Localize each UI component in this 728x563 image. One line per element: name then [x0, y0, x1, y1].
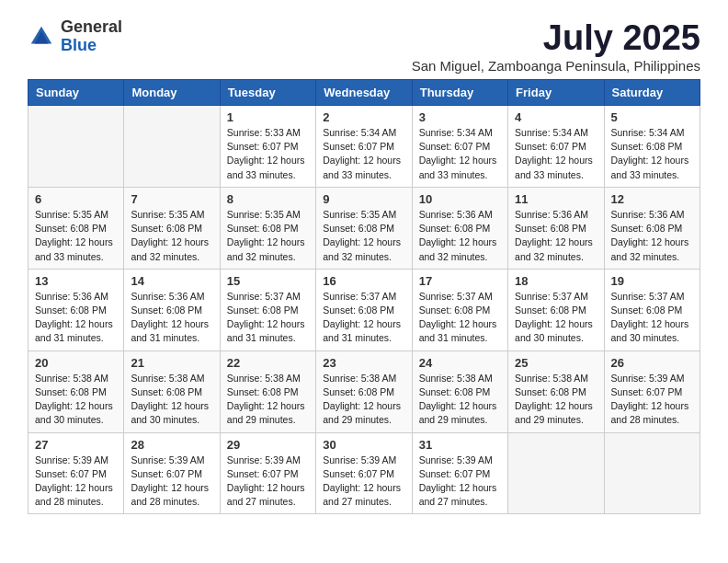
day-info: Sunrise: 5:35 AM Sunset: 6:08 PM Dayligh… — [35, 208, 117, 264]
day-number: 15 — [227, 274, 309, 288]
day-info: Sunrise: 5:36 AM Sunset: 6:08 PM Dayligh… — [515, 208, 597, 264]
calendar-cell — [28, 106, 124, 188]
day-number: 7 — [131, 192, 212, 206]
day-number: 31 — [419, 438, 501, 452]
location-title: San Miguel, Zamboanga Peninsula, Philipp… — [412, 58, 700, 74]
calendar-cell: 21Sunrise: 5:38 AM Sunset: 6:08 PM Dayli… — [124, 350, 220, 432]
day-number: 21 — [131, 356, 212, 370]
calendar-week-2: 6Sunrise: 5:35 AM Sunset: 6:08 PM Daylig… — [28, 187, 700, 269]
calendar-cell — [604, 432, 700, 514]
day-number: 4 — [515, 110, 597, 124]
day-info: Sunrise: 5:39 AM Sunset: 6:07 PM Dayligh… — [227, 454, 309, 510]
calendar-cell: 2Sunrise: 5:34 AM Sunset: 6:07 PM Daylig… — [316, 106, 412, 188]
calendar-cell: 10Sunrise: 5:36 AM Sunset: 6:08 PM Dayli… — [412, 187, 507, 269]
calendar-cell: 23Sunrise: 5:38 AM Sunset: 6:08 PM Dayli… — [316, 350, 412, 432]
calendar-table: SundayMondayTuesdayWednesdayThursdayFrid… — [28, 79, 700, 514]
day-info: Sunrise: 5:38 AM Sunset: 6:08 PM Dayligh… — [323, 372, 404, 428]
day-info: Sunrise: 5:39 AM Sunset: 6:07 PM Dayligh… — [323, 454, 404, 510]
day-number: 30 — [323, 438, 404, 452]
calendar-week-3: 13Sunrise: 5:36 AM Sunset: 6:08 PM Dayli… — [28, 269, 700, 350]
day-info: Sunrise: 5:39 AM Sunset: 6:07 PM Dayligh… — [35, 454, 117, 510]
calendar-cell — [508, 432, 604, 514]
header-friday: Friday — [508, 80, 604, 106]
calendar-week-5: 27Sunrise: 5:39 AM Sunset: 6:07 PM Dayli… — [28, 432, 700, 514]
day-info: Sunrise: 5:38 AM Sunset: 6:08 PM Dayligh… — [131, 372, 212, 428]
calendar-cell: 5Sunrise: 5:34 AM Sunset: 6:08 PM Daylig… — [604, 106, 700, 188]
calendar-cell: 19Sunrise: 5:37 AM Sunset: 6:08 PM Dayli… — [604, 269, 700, 350]
day-info: Sunrise: 5:34 AM Sunset: 6:07 PM Dayligh… — [323, 126, 404, 182]
day-info: Sunrise: 5:36 AM Sunset: 6:08 PM Dayligh… — [35, 290, 117, 346]
day-number: 6 — [35, 192, 117, 206]
day-info: Sunrise: 5:38 AM Sunset: 6:08 PM Dayligh… — [227, 372, 309, 428]
day-info: Sunrise: 5:37 AM Sunset: 6:08 PM Dayligh… — [419, 290, 501, 346]
calendar-cell: 15Sunrise: 5:37 AM Sunset: 6:08 PM Dayli… — [220, 269, 315, 350]
logo-text: General Blue — [61, 18, 122, 55]
day-number: 5 — [611, 110, 693, 124]
header-tuesday: Tuesday — [220, 80, 315, 106]
calendar-cell: 25Sunrise: 5:38 AM Sunset: 6:08 PM Dayli… — [508, 350, 604, 432]
calendar-cell: 31Sunrise: 5:39 AM Sunset: 6:07 PM Dayli… — [412, 432, 507, 514]
day-number: 23 — [323, 356, 404, 370]
calendar-cell: 28Sunrise: 5:39 AM Sunset: 6:07 PM Dayli… — [124, 432, 220, 514]
day-info: Sunrise: 5:36 AM Sunset: 6:08 PM Dayligh… — [611, 208, 693, 264]
day-number: 10 — [419, 192, 501, 206]
title-block: July 2025 San Miguel, Zamboanga Peninsul… — [412, 18, 700, 74]
logo-blue: Blue — [61, 37, 122, 55]
day-info: Sunrise: 5:39 AM Sunset: 6:07 PM Dayligh… — [131, 454, 212, 510]
calendar-cell: 16Sunrise: 5:37 AM Sunset: 6:08 PM Dayli… — [316, 269, 412, 350]
calendar-cell: 29Sunrise: 5:39 AM Sunset: 6:07 PM Dayli… — [220, 432, 315, 514]
header-wednesday: Wednesday — [316, 80, 412, 106]
day-number: 19 — [611, 274, 693, 288]
calendar-cell: 14Sunrise: 5:36 AM Sunset: 6:08 PM Dayli… — [124, 269, 220, 350]
day-number: 18 — [515, 274, 597, 288]
calendar-week-4: 20Sunrise: 5:38 AM Sunset: 6:08 PM Dayli… — [28, 350, 700, 432]
calendar-cell: 27Sunrise: 5:39 AM Sunset: 6:07 PM Dayli… — [28, 432, 124, 514]
calendar-cell: 17Sunrise: 5:37 AM Sunset: 6:08 PM Dayli… — [412, 269, 507, 350]
day-number: 26 — [611, 356, 693, 370]
day-info: Sunrise: 5:37 AM Sunset: 6:08 PM Dayligh… — [611, 290, 693, 346]
calendar-cell — [124, 106, 220, 188]
calendar-cell: 20Sunrise: 5:38 AM Sunset: 6:08 PM Dayli… — [28, 350, 124, 432]
day-number: 3 — [419, 110, 501, 124]
day-number: 28 — [131, 438, 212, 452]
day-number: 8 — [227, 192, 309, 206]
header-thursday: Thursday — [412, 80, 507, 106]
logo-general: General — [61, 18, 122, 37]
calendar-cell: 7Sunrise: 5:35 AM Sunset: 6:08 PM Daylig… — [124, 187, 220, 269]
day-info: Sunrise: 5:35 AM Sunset: 6:08 PM Dayligh… — [323, 208, 404, 264]
day-number: 29 — [227, 438, 309, 452]
calendar-cell: 4Sunrise: 5:34 AM Sunset: 6:07 PM Daylig… — [508, 106, 604, 188]
calendar-header-row: SundayMondayTuesdayWednesdayThursdayFrid… — [28, 80, 700, 106]
calendar-cell: 13Sunrise: 5:36 AM Sunset: 6:08 PM Dayli… — [28, 269, 124, 350]
day-number: 27 — [35, 438, 117, 452]
day-number: 14 — [131, 274, 212, 288]
calendar-cell: 26Sunrise: 5:39 AM Sunset: 6:07 PM Dayli… — [604, 350, 700, 432]
day-number: 1 — [227, 110, 309, 124]
day-number: 22 — [227, 356, 309, 370]
header-saturday: Saturday — [604, 80, 700, 106]
day-number: 25 — [515, 356, 597, 370]
day-info: Sunrise: 5:35 AM Sunset: 6:08 PM Dayligh… — [131, 208, 212, 264]
calendar-cell: 8Sunrise: 5:35 AM Sunset: 6:08 PM Daylig… — [220, 187, 315, 269]
day-number: 17 — [419, 274, 501, 288]
calendar-cell: 9Sunrise: 5:35 AM Sunset: 6:08 PM Daylig… — [316, 187, 412, 269]
day-info: Sunrise: 5:37 AM Sunset: 6:08 PM Dayligh… — [515, 290, 597, 346]
day-info: Sunrise: 5:37 AM Sunset: 6:08 PM Dayligh… — [323, 290, 404, 346]
month-title: July 2025 — [412, 18, 700, 58]
day-number: 2 — [323, 110, 404, 124]
day-number: 11 — [515, 192, 597, 206]
header-monday: Monday — [124, 80, 220, 106]
day-info: Sunrise: 5:36 AM Sunset: 6:08 PM Dayligh… — [419, 208, 501, 264]
day-number: 20 — [35, 356, 117, 370]
header-sunday: Sunday — [28, 80, 124, 106]
day-number: 12 — [611, 192, 693, 206]
calendar-cell: 1Sunrise: 5:33 AM Sunset: 6:07 PM Daylig… — [220, 106, 315, 188]
day-info: Sunrise: 5:34 AM Sunset: 6:08 PM Dayligh… — [611, 126, 693, 182]
page-header: General Blue July 2025 San Miguel, Zambo… — [28, 18, 700, 74]
day-info: Sunrise: 5:38 AM Sunset: 6:08 PM Dayligh… — [35, 372, 117, 428]
calendar-cell: 12Sunrise: 5:36 AM Sunset: 6:08 PM Dayli… — [604, 187, 700, 269]
day-info: Sunrise: 5:37 AM Sunset: 6:08 PM Dayligh… — [227, 290, 309, 346]
logo: General Blue — [28, 18, 122, 55]
day-number: 24 — [419, 356, 501, 370]
day-number: 9 — [323, 192, 404, 206]
